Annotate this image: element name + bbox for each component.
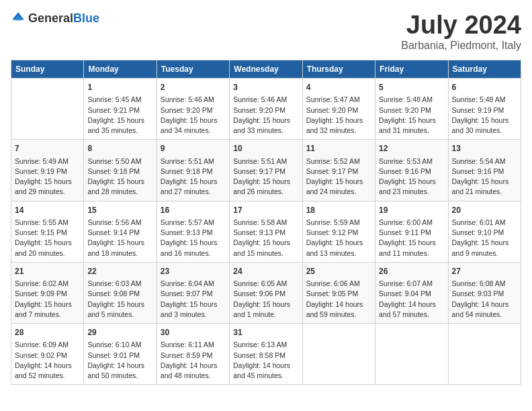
calendar-week-1: 1Sunrise: 5:45 AM Sunset: 9:21 PM Daylig… [11, 79, 521, 140]
day-number: 22 [87, 266, 152, 277]
col-header-friday: Friday [375, 60, 448, 79]
day-info: Sunrise: 5:50 AM Sunset: 9:18 PM Dayligh… [87, 156, 152, 197]
calendar-cell: 27Sunrise: 6:08 AM Sunset: 9:03 PM Dayli… [448, 262, 521, 323]
day-number: 30 [161, 327, 226, 338]
calendar-week-5: 28Sunrise: 6:09 AM Sunset: 9:02 PM Dayli… [11, 324, 521, 385]
day-number: 16 [161, 205, 226, 216]
calendar-cell: 8Sunrise: 5:50 AM Sunset: 9:18 PM Daylig… [84, 140, 157, 201]
day-info: Sunrise: 5:46 AM Sunset: 9:20 PM Dayligh… [161, 95, 226, 136]
calendar-table: SundayMondayTuesdayWednesdayThursdayFrid… [11, 60, 521, 385]
day-number: 1 [87, 82, 152, 93]
calendar-cell: 19Sunrise: 6:00 AM Sunset: 9:11 PM Dayli… [375, 201, 448, 262]
day-number: 6 [452, 82, 517, 93]
day-number: 12 [379, 143, 444, 154]
page-header: GeneralBlue July 2024 Barbania, Piedmont… [11, 11, 521, 52]
calendar-cell: 21Sunrise: 6:02 AM Sunset: 9:09 PM Dayli… [11, 262, 84, 323]
day-number: 2 [161, 82, 226, 93]
logo-text-general: General [28, 11, 73, 25]
day-number: 8 [87, 143, 152, 154]
day-info: Sunrise: 5:48 AM Sunset: 9:19 PM Dayligh… [452, 95, 517, 136]
calendar-cell: 10Sunrise: 5:51 AM Sunset: 9:17 PM Dayli… [230, 140, 302, 201]
calendar-cell: 18Sunrise: 5:59 AM Sunset: 9:12 PM Dayli… [302, 201, 375, 262]
calendar-cell: 7Sunrise: 5:49 AM Sunset: 9:19 PM Daylig… [11, 140, 84, 201]
day-number: 7 [15, 143, 80, 154]
calendar-week-3: 14Sunrise: 5:55 AM Sunset: 9:15 PM Dayli… [11, 201, 521, 262]
calendar-cell: 31Sunrise: 6:13 AM Sunset: 8:58 PM Dayli… [230, 324, 302, 385]
calendar-cell: 26Sunrise: 6:07 AM Sunset: 9:04 PM Dayli… [375, 262, 448, 323]
day-number: 9 [161, 143, 226, 154]
day-info: Sunrise: 5:58 AM Sunset: 9:13 PM Dayligh… [233, 218, 298, 259]
day-info: Sunrise: 6:01 AM Sunset: 9:10 PM Dayligh… [452, 218, 517, 259]
calendar-location: Barbania, Piedmont, Italy [401, 40, 521, 52]
day-info: Sunrise: 5:51 AM Sunset: 9:18 PM Dayligh… [161, 156, 226, 197]
day-info: Sunrise: 5:48 AM Sunset: 9:20 PM Dayligh… [379, 95, 444, 136]
day-info: Sunrise: 6:02 AM Sunset: 9:09 PM Dayligh… [15, 279, 80, 320]
day-number: 26 [379, 266, 444, 277]
calendar-cell [375, 324, 448, 385]
day-number: 10 [233, 143, 298, 154]
day-number: 19 [379, 205, 444, 216]
day-info: Sunrise: 6:04 AM Sunset: 9:07 PM Dayligh… [161, 279, 226, 320]
day-number: 24 [233, 266, 298, 277]
day-number: 11 [306, 143, 371, 154]
day-info: Sunrise: 5:59 AM Sunset: 9:12 PM Dayligh… [306, 218, 371, 259]
calendar-cell: 3Sunrise: 5:46 AM Sunset: 9:20 PM Daylig… [230, 79, 302, 140]
day-number: 25 [306, 266, 371, 277]
calendar-cell [302, 324, 375, 385]
calendar-cell [11, 79, 84, 140]
day-number: 18 [306, 205, 371, 216]
day-info: Sunrise: 5:53 AM Sunset: 9:16 PM Dayligh… [379, 156, 444, 197]
day-number: 5 [379, 82, 444, 93]
calendar-cell: 23Sunrise: 6:04 AM Sunset: 9:07 PM Dayli… [157, 262, 229, 323]
day-info: Sunrise: 5:55 AM Sunset: 9:15 PM Dayligh… [15, 218, 80, 259]
day-number: 28 [15, 327, 80, 338]
day-info: Sunrise: 5:51 AM Sunset: 9:17 PM Dayligh… [233, 156, 298, 197]
day-info: Sunrise: 6:00 AM Sunset: 9:11 PM Dayligh… [379, 218, 444, 259]
col-header-tuesday: Tuesday [157, 60, 229, 79]
day-info: Sunrise: 5:49 AM Sunset: 9:19 PM Dayligh… [15, 156, 80, 197]
day-number: 15 [87, 205, 152, 216]
calendar-cell: 25Sunrise: 6:06 AM Sunset: 9:05 PM Dayli… [302, 262, 375, 323]
day-info: Sunrise: 5:52 AM Sunset: 9:17 PM Dayligh… [306, 156, 371, 197]
day-info: Sunrise: 5:45 AM Sunset: 9:21 PM Dayligh… [87, 95, 152, 136]
title-block: July 2024 Barbania, Piedmont, Italy [401, 11, 521, 52]
calendar-week-2: 7Sunrise: 5:49 AM Sunset: 9:19 PM Daylig… [11, 140, 521, 201]
day-info: Sunrise: 6:09 AM Sunset: 9:02 PM Dayligh… [15, 340, 80, 381]
day-info: Sunrise: 6:05 AM Sunset: 9:06 PM Dayligh… [233, 279, 298, 320]
calendar-week-4: 21Sunrise: 6:02 AM Sunset: 9:09 PM Dayli… [11, 262, 521, 323]
day-info: Sunrise: 6:13 AM Sunset: 8:58 PM Dayligh… [233, 340, 298, 381]
day-info: Sunrise: 6:11 AM Sunset: 8:59 PM Dayligh… [161, 340, 226, 381]
calendar-cell: 29Sunrise: 6:10 AM Sunset: 9:01 PM Dayli… [84, 324, 157, 385]
day-number: 27 [452, 266, 517, 277]
calendar-cell: 13Sunrise: 5:54 AM Sunset: 9:16 PM Dayli… [448, 140, 521, 201]
col-header-sunday: Sunday [11, 60, 84, 79]
col-header-monday: Monday [84, 60, 157, 79]
day-number: 23 [161, 266, 226, 277]
day-info: Sunrise: 6:08 AM Sunset: 9:03 PM Dayligh… [452, 279, 517, 320]
calendar-cell: 15Sunrise: 5:56 AM Sunset: 9:14 PM Dayli… [84, 201, 157, 262]
day-info: Sunrise: 6:03 AM Sunset: 9:08 PM Dayligh… [87, 279, 152, 320]
calendar-cell: 17Sunrise: 5:58 AM Sunset: 9:13 PM Dayli… [230, 201, 302, 262]
day-info: Sunrise: 5:46 AM Sunset: 9:20 PM Dayligh… [233, 95, 298, 136]
col-header-wednesday: Wednesday [230, 60, 302, 79]
logo-text-blue: Blue [73, 11, 99, 25]
day-number: 20 [452, 205, 517, 216]
day-number: 21 [15, 266, 80, 277]
day-number: 14 [15, 205, 80, 216]
day-number: 31 [233, 327, 298, 338]
calendar-cell: 30Sunrise: 6:11 AM Sunset: 8:59 PM Dayli… [157, 324, 229, 385]
calendar-cell: 16Sunrise: 5:57 AM Sunset: 9:13 PM Dayli… [157, 201, 229, 262]
calendar-cell: 22Sunrise: 6:03 AM Sunset: 9:08 PM Dayli… [84, 262, 157, 323]
day-info: Sunrise: 5:56 AM Sunset: 9:14 PM Dayligh… [87, 218, 152, 259]
calendar-title: July 2024 [401, 11, 521, 40]
day-info: Sunrise: 5:57 AM Sunset: 9:13 PM Dayligh… [161, 218, 226, 259]
day-info: Sunrise: 5:54 AM Sunset: 9:16 PM Dayligh… [452, 156, 517, 197]
calendar-cell: 5Sunrise: 5:48 AM Sunset: 9:20 PM Daylig… [375, 79, 448, 140]
calendar-cell: 24Sunrise: 6:05 AM Sunset: 9:06 PM Dayli… [230, 262, 302, 323]
day-number: 17 [233, 205, 298, 216]
calendar-cell: 20Sunrise: 6:01 AM Sunset: 9:10 PM Dayli… [448, 201, 521, 262]
col-header-thursday: Thursday [302, 60, 375, 79]
day-info: Sunrise: 5:47 AM Sunset: 9:20 PM Dayligh… [306, 95, 371, 136]
calendar-cell: 14Sunrise: 5:55 AM Sunset: 9:15 PM Dayli… [11, 201, 84, 262]
col-header-saturday: Saturday [448, 60, 521, 79]
